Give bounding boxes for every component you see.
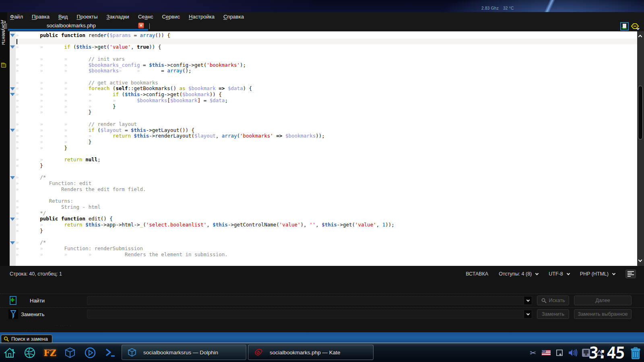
scrollbar-thumb[interactable] [638,86,643,140]
code-line[interactable] [16,192,637,198]
status-bar: Строка: 40, столбец: 1 ВСТАВКА Отступы: … [0,266,644,282]
kate-icon [254,348,263,357]
code-line[interactable]: » » » if ($layout = $this->getLayout()) … [16,128,637,134]
code-line[interactable]: » » » } [16,109,637,115]
code-line-cursor[interactable] [16,39,637,45]
scroll-down-arrow[interactable] [639,259,642,262]
fold-marker[interactable] [10,129,15,132]
code-line[interactable]: » » » $bookmarks» » = array(); [16,68,637,74]
fold-marker[interactable] [10,176,15,179]
screen-capture-icon[interactable] [555,348,564,358]
menu-item-вид[interactable]: Вид [55,13,72,21]
find-next-button[interactable]: Далее [574,296,632,305]
menu-item-правка[interactable]: Правка [28,13,53,21]
tab-options-button[interactable] [630,22,639,31]
task-kate[interactable]: socialbookmarks.php — Kate [248,345,374,360]
code-line[interactable]: » » » foreach (self::getBookmarks() as $… [16,86,637,92]
code-line[interactable] [16,115,637,121]
launcher-terminal[interactable] [103,345,118,360]
launcher-home[interactable] [2,345,17,360]
menu-item-настройка[interactable]: Настройка [185,13,218,21]
klipper-scissors-icon[interactable]: ✂ [528,348,538,358]
fold-marker[interactable] [10,87,15,90]
volume-icon[interactable] [568,348,578,358]
editor-view[interactable]: Документы » public function render($para… [0,31,644,266]
replace-history-dropdown[interactable] [524,310,532,319]
code-line[interactable]: » » » } [16,139,637,145]
code-line[interactable]: » » » » if ($this->config->get($bookmark… [16,92,637,98]
fold-marker[interactable] [10,34,15,37]
terminal-icon [104,348,116,358]
menu-item-сервис[interactable]: Сервис [158,13,184,21]
menu-item-файл[interactable]: Файл [6,13,27,21]
package-box-icon [64,347,76,359]
code-line[interactable]: » » » // render layout [16,121,637,128]
find-history-dropdown[interactable] [524,296,532,305]
code-line[interactable] [16,151,637,157]
code-line[interactable]: » /* [16,240,637,246]
launcher-package[interactable] [63,345,77,360]
replace-input[interactable] [87,310,524,319]
documents-label[interactable]: Документы [1,17,6,48]
code-line[interactable] [16,50,637,56]
code-line[interactable]: » » » » } [16,104,637,110]
code-line[interactable]: » » return $this->app->html->_('select.b… [16,222,637,228]
code-line[interactable] [16,234,637,240]
menu-item-сеанс[interactable]: Сеанс [134,13,157,21]
launcher-browser[interactable] [23,345,37,360]
replace-checked-button[interactable]: Заменить выбранное [574,309,632,319]
replace-button[interactable]: Заменить [537,309,569,319]
fold-marker[interactable] [10,241,15,245]
tab-title[interactable]: socialbookmarks.php [8,21,134,30]
keyboard-layout-flag-icon[interactable] [541,348,551,358]
encoding-dropdown[interactable]: UTF-8 [549,271,569,277]
cursor-position-status[interactable]: Строка: 40, столбец: 1 [10,271,62,277]
indentation-dropdown[interactable]: Отступы: 4 (8) [499,271,538,277]
code-line[interactable]: » Returns: [16,198,637,204]
code-line[interactable]: » » » » » $bookmarks[$bookmark] = $data; [16,98,637,104]
code-line[interactable]: » » » » Renders the element in submissio… [16,252,637,258]
code-line[interactable]: » » » // get active bookmarks [16,80,637,86]
fold-marker[interactable] [10,218,15,221]
menu-item-закладки[interactable]: Закладки [103,13,133,21]
code-line[interactable]: » } [16,228,637,234]
fold-marker[interactable] [10,93,15,96]
code-line[interactable]: » Function: edit [16,181,637,187]
launcher-filezilla[interactable]: FZ [43,345,57,360]
scroll-up-arrow[interactable] [639,34,642,37]
tab-close-button[interactable]: ✕ [138,23,144,29]
code-line[interactable]: » » » $bookmarks_config = $this->config-… [16,62,637,68]
code-line[interactable]: » public function edit() { [16,216,637,222]
find-input[interactable] [87,296,524,305]
code-line[interactable]: » /* [16,175,637,181]
search-replace-panel-chip[interactable]: Поиск и замена [1,335,52,343]
code-line[interactable] [16,169,637,175]
code-line[interactable]: » » Function: renderSubmission [16,246,637,252]
vertical-scrollbar[interactable] [637,31,644,266]
code-line[interactable]: » » if ($this->get('value', true)) { [16,44,637,50]
folder-icon[interactable] [1,64,6,68]
code-line[interactable]: » } [16,163,637,169]
launcher-media-player[interactable] [83,345,97,360]
fold-marker[interactable] [10,45,15,49]
digital-clock[interactable]: 3:45 [584,343,629,362]
document-switch-button[interactable] [620,22,629,31]
code-line[interactable]: » » » » return $this->renderLayout($layo… [16,133,637,139]
syntax-mode-dropdown[interactable]: PHP (HTML) [580,271,615,277]
code-line[interactable]: » Renders the edit form field. [16,187,637,193]
trash-icon[interactable] [629,346,642,360]
input-mode-status[interactable]: ВСТАВКА [466,271,488,277]
code-area[interactable]: » public function render($params = array… [16,33,637,257]
code-line[interactable]: » » » // init vars [16,56,637,62]
menu-item-проекты[interactable]: Проекты [73,13,101,21]
menu-item-справка[interactable]: Справка [220,13,248,21]
word-wrap-menu-button[interactable] [625,269,636,278]
code-line[interactable]: » */ [16,210,637,216]
code-line[interactable]: » public function render($params = array… [16,33,637,39]
code-line[interactable]: » » return null; [16,157,637,163]
search-button[interactable]: Искать [537,296,569,305]
code-line[interactable]: » » } [16,145,637,151]
task-dolphin[interactable]: socialbookmarksrus — Dolphin [122,345,246,360]
code-line[interactable] [16,74,637,80]
code-line[interactable]: » String - html [16,204,637,210]
